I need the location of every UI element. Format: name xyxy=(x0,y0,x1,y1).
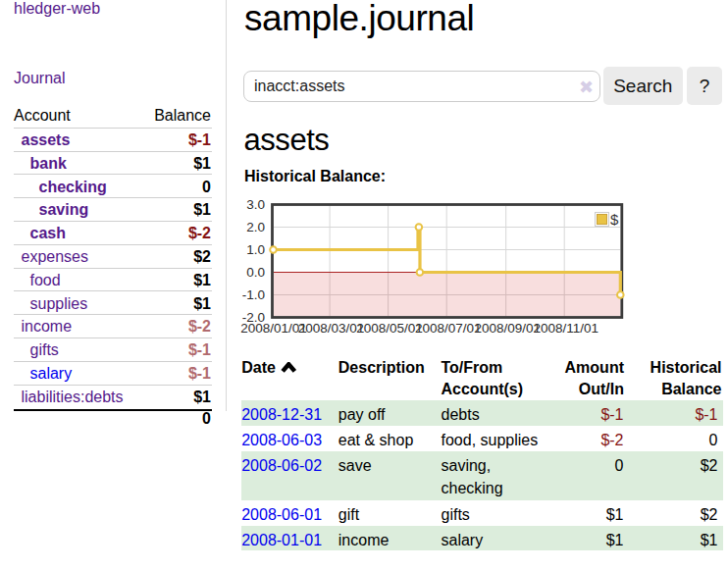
svg-text:2008/05/01: 2008/05/01 xyxy=(356,321,423,336)
svg-text:3.0: 3.0 xyxy=(246,197,265,212)
svg-text:2008/07/01: 2008/07/01 xyxy=(415,321,482,336)
svg-text:2.0: 2.0 xyxy=(246,220,265,234)
svg-text:2008/03/01: 2008/03/01 xyxy=(298,321,365,336)
svg-text:2008/11/01: 2008/11/01 xyxy=(533,321,598,336)
svg-text:2008/09/01: 2008/09/01 xyxy=(474,321,541,336)
svg-text:1.0: 1.0 xyxy=(246,242,265,257)
svg-text:0.0: 0.0 xyxy=(246,265,265,280)
svg-text:$: $ xyxy=(610,211,619,228)
svg-text:-1.0: -1.0 xyxy=(242,287,265,302)
svg-text:2008/01/01: 2008/01/01 xyxy=(240,321,307,336)
